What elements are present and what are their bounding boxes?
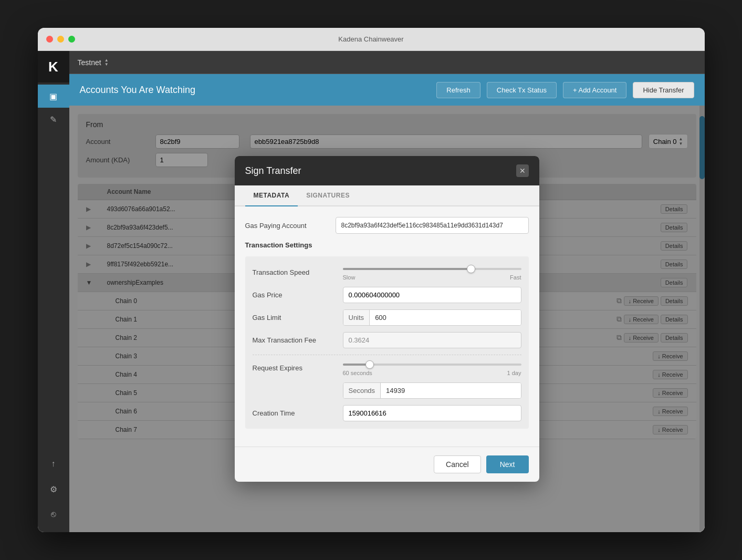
speed-slider-fill (343, 268, 472, 270)
main-area: Testnet ▲ ▼ Accounts You Are Watching Re… (69, 51, 705, 532)
gas-limit-split-input: Units (343, 309, 521, 326)
traffic-lights (46, 36, 75, 43)
sidebar-nav: ▣ ✎ (38, 85, 69, 131)
transaction-speed-row: Transaction Speed Slow Fast (253, 264, 521, 281)
creation-time-row: Creation Time (253, 405, 521, 421)
tab-signatures[interactable]: SIGNATURES (298, 185, 358, 206)
close-button[interactable] (46, 36, 53, 43)
speed-slider-track[interactable] (343, 268, 521, 270)
gas-price-input[interactable] (343, 287, 521, 303)
network-selector[interactable]: Testnet ▲ ▼ (78, 58, 109, 67)
max-fee-row: Max Transaction Fee (253, 332, 521, 348)
logout-icon: ⎋ (51, 510, 56, 519)
gas-limit-prefix: Units (343, 310, 370, 325)
network-arrows: ▲ ▼ (104, 58, 109, 67)
speed-slow-label: Slow (343, 274, 356, 281)
gas-limit-input[interactable] (370, 310, 520, 325)
request-expires-label: Request Expires (253, 364, 337, 372)
page-title: Accounts You Are Watching (80, 85, 431, 96)
minimize-button[interactable] (57, 36, 64, 43)
gas-price-row: Gas Price (253, 287, 521, 303)
next-button[interactable]: Next (486, 455, 529, 473)
keys-icon: ✎ (50, 115, 57, 125)
expires-slider-track[interactable] (343, 364, 521, 366)
gas-paying-account-row: Gas Paying Account (245, 217, 529, 234)
accounts-icon: ▣ (49, 91, 57, 101)
gas-limit-row: Gas Limit Units (253, 309, 521, 326)
gas-price-label: Gas Price (253, 291, 337, 299)
sidebar-bottom: ↑ ⚙ ⎋ (38, 452, 69, 526)
main-window: Kadena Chainweaver K ▣ ✎ ↑ ⚙ (38, 28, 705, 532)
expires-slow-label: 60 seconds (343, 370, 372, 376)
modal-footer: Cancel Next (235, 447, 539, 482)
window-title: Kadena Chainweaver (338, 35, 403, 43)
settings-box: Transaction Speed Slow Fast (245, 256, 529, 429)
sidebar-item-accounts[interactable]: ▣ (38, 85, 69, 108)
sidebar-item-settings[interactable]: ⚙ (38, 478, 69, 501)
speed-slider-thumb[interactable] (467, 265, 475, 273)
add-account-button[interactable]: + Add Account (563, 82, 626, 98)
hide-transfer-button[interactable]: Hide Transfer (633, 82, 694, 98)
title-bar: Kadena Chainweaver (38, 28, 705, 51)
expires-slider-thumb[interactable] (365, 360, 374, 369)
app-logo: K (38, 51, 69, 82)
upload-icon: ↑ (51, 459, 56, 469)
modal-overlay: Sign Transfer ✕ METADATA SIGNATURES (69, 106, 705, 532)
cancel-button[interactable]: Cancel (434, 455, 481, 473)
transaction-settings-title: Transaction Settings (245, 241, 529, 249)
seconds-row: Seconds (253, 382, 521, 399)
request-expires-row: Request Expires 60 seconds 1 (253, 359, 521, 376)
modal-close-button[interactable]: ✕ (516, 164, 529, 177)
maximize-button[interactable] (68, 36, 75, 43)
modal-title: Sign Transfer (245, 165, 301, 177)
seconds-prefix: Seconds (343, 383, 381, 398)
sidebar-item-keys[interactable]: ✎ (38, 108, 69, 131)
modal-body: Gas Paying Account Transaction Settings … (235, 206, 539, 447)
settings-icon: ⚙ (50, 484, 57, 494)
gas-paying-input[interactable] (336, 217, 529, 234)
sign-transfer-modal: Sign Transfer ✕ METADATA SIGNATURES (235, 156, 539, 482)
sidebar-item-upload[interactable]: ↑ (38, 452, 69, 475)
creation-time-input[interactable] (343, 405, 521, 421)
seconds-split-input: Seconds (343, 382, 521, 399)
content-area: From Account Chain 0 ▲ ▼ (69, 106, 705, 532)
sidebar-item-logout[interactable]: ⎋ (38, 503, 69, 526)
page-header: Accounts You Are Watching Refresh Check … (69, 74, 705, 106)
sidebar: K ▣ ✎ ↑ ⚙ ⎋ (38, 51, 69, 532)
modal-header: Sign Transfer ✕ (235, 156, 539, 185)
network-bar: Testnet ▲ ▼ (69, 51, 705, 74)
modal-tabs: METADATA SIGNATURES (235, 185, 539, 206)
check-tx-status-button[interactable]: Check Tx Status (487, 82, 557, 98)
max-fee-label: Max Transaction Fee (253, 336, 337, 344)
max-fee-input (343, 332, 521, 348)
divider (253, 355, 521, 355)
tab-metadata[interactable]: METADATA (245, 185, 298, 206)
speed-label: Transaction Speed (253, 268, 337, 276)
app-body: K ▣ ✎ ↑ ⚙ ⎋ (38, 51, 705, 532)
creation-time-label: Creation Time (253, 409, 337, 417)
network-label: Testnet (78, 58, 101, 67)
gas-paying-label: Gas Paying Account (245, 222, 329, 230)
refresh-button[interactable]: Refresh (436, 82, 480, 98)
gas-limit-label: Gas Limit (253, 314, 337, 322)
expires-fast-label: 1 day (507, 370, 521, 376)
speed-fast-label: Fast (510, 274, 521, 281)
seconds-input[interactable] (381, 383, 520, 398)
